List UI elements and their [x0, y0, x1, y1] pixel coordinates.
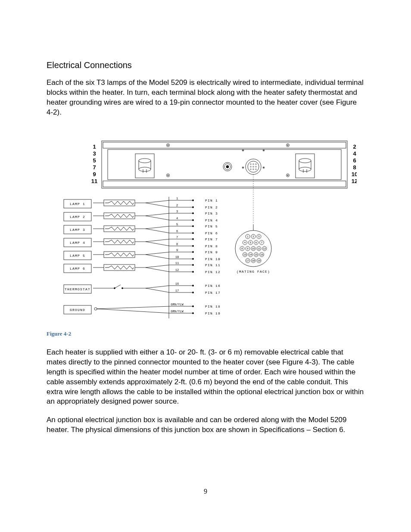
paragraph-2: Each heater is supplied with either a 10… [47, 348, 364, 407]
svg-point-28 [139, 167, 151, 171]
svg-point-49 [253, 163, 254, 165]
svg-text:1: 1 [176, 197, 178, 200]
svg-point-21 [287, 145, 288, 146]
svg-text:PIN 8: PIN 8 [205, 244, 218, 248]
svg-text:2: 2 [353, 143, 356, 150]
svg-text:9: 9 [247, 247, 249, 250]
svg-point-47 [248, 161, 259, 172]
svg-text:LAMP 2: LAMP 2 [70, 215, 85, 219]
svg-line-84 [146, 216, 170, 220]
svg-text:LAMP 1: LAMP 1 [70, 202, 85, 206]
svg-line-100 [146, 226, 170, 229]
figure-4-2: 135791124681012LAMP 112PIN 1PIN 2LAMP 23… [47, 137, 364, 328]
svg-text:2: 2 [252, 235, 254, 238]
paragraph-3: An optional electrical junction box is a… [47, 415, 364, 435]
page-number: 9 [0, 488, 411, 495]
svg-text:12: 12 [352, 178, 357, 184]
svg-text:7: 7 [93, 164, 96, 171]
svg-line-117 [146, 239, 170, 242]
svg-text:THERMOSTAT: THERMOSTAT [65, 287, 90, 291]
svg-text:8: 8 [353, 164, 356, 171]
svg-text:15: 15 [255, 253, 258, 256]
svg-text:PIN 9: PIN 9 [205, 250, 218, 254]
svg-text:LAMP 6: LAMP 6 [70, 267, 85, 271]
svg-line-151 [146, 265, 170, 268]
svg-text:12: 12 [263, 247, 266, 250]
svg-text:14: 14 [249, 253, 252, 256]
svg-text:16: 16 [260, 253, 263, 256]
svg-line-118 [146, 242, 170, 246]
svg-text:7: 7 [261, 241, 263, 244]
svg-text:PIN 16: PIN 16 [205, 284, 221, 288]
svg-point-184 [94, 308, 97, 310]
svg-point-59 [226, 165, 229, 168]
svg-rect-3 [108, 149, 341, 180]
svg-text:2: 2 [176, 204, 178, 207]
svg-rect-24 [135, 154, 154, 178]
paragraph-1: Each of the six T3 lamps of the Model 52… [47, 78, 364, 118]
svg-text:17: 17 [175, 289, 179, 292]
svg-line-170 [146, 286, 170, 288]
svg-point-48 [250, 163, 252, 165]
svg-point-55 [253, 168, 254, 170]
svg-point-45 [263, 167, 264, 168]
svg-rect-31 [296, 154, 314, 178]
svg-text:19: 19 [258, 259, 261, 262]
svg-text:7: 7 [176, 236, 178, 239]
svg-text:18: 18 [252, 259, 255, 262]
svg-text:6: 6 [255, 241, 257, 244]
svg-text:4: 4 [176, 217, 178, 220]
svg-point-23 [287, 175, 288, 176]
svg-text:10: 10 [252, 247, 255, 250]
svg-text:GRN/YLW: GRN/YLW [171, 303, 184, 306]
svg-point-51 [250, 166, 252, 167]
svg-text:1: 1 [93, 143, 96, 150]
svg-point-54 [250, 168, 252, 170]
svg-text:9: 9 [93, 171, 96, 177]
svg-line-134 [146, 252, 170, 255]
svg-point-41 [263, 150, 264, 150]
svg-text:17: 17 [246, 259, 249, 262]
svg-text:13: 13 [243, 253, 246, 256]
svg-point-19 [168, 175, 168, 176]
svg-text:PIN 6: PIN 6 [205, 231, 218, 235]
svg-point-32 [299, 159, 311, 163]
svg-text:PIN 18: PIN 18 [205, 305, 221, 308]
svg-text:4: 4 [244, 241, 246, 244]
svg-point-25 [139, 159, 151, 163]
svg-point-17 [168, 145, 168, 146]
svg-text:5: 5 [93, 157, 96, 164]
svg-text:1: 1 [247, 235, 249, 238]
svg-text:PIN 4: PIN 4 [205, 218, 218, 222]
svg-point-167 [114, 287, 115, 289]
svg-line-152 [146, 268, 170, 272]
svg-text:11: 11 [258, 247, 261, 250]
svg-line-186 [97, 309, 170, 313]
svg-line-171 [146, 288, 170, 292]
svg-text:LAMP 5: LAMP 5 [70, 254, 85, 258]
svg-line-101 [146, 229, 170, 233]
svg-line-83 [146, 213, 170, 216]
svg-text:GRN/YLW: GRN/YLW [171, 310, 184, 313]
svg-point-35 [299, 167, 311, 171]
section-title: Electrical Connections [47, 60, 364, 70]
svg-text:PIN 3: PIN 3 [205, 212, 218, 215]
svg-text:11: 11 [91, 178, 97, 184]
svg-line-135 [146, 255, 170, 259]
svg-text:16: 16 [175, 282, 179, 286]
svg-text:GROUND: GROUND [70, 308, 85, 312]
svg-point-53 [255, 166, 257, 167]
svg-text:PIN 10: PIN 10 [205, 257, 221, 261]
svg-text:PIN 11: PIN 11 [205, 263, 221, 267]
svg-point-56 [255, 168, 257, 170]
svg-text:4: 4 [353, 150, 356, 157]
svg-text:10: 10 [352, 171, 357, 177]
svg-text:6: 6 [176, 230, 178, 233]
svg-text:LAMP 3: LAMP 3 [70, 228, 85, 232]
svg-text:PIN 12: PIN 12 [205, 270, 221, 274]
figure-caption: Figure 4-2 [47, 330, 364, 337]
svg-rect-0 [102, 141, 347, 188]
svg-line-185 [97, 306, 170, 309]
svg-text:6: 6 [353, 157, 356, 164]
svg-rect-1 [103, 142, 346, 148]
